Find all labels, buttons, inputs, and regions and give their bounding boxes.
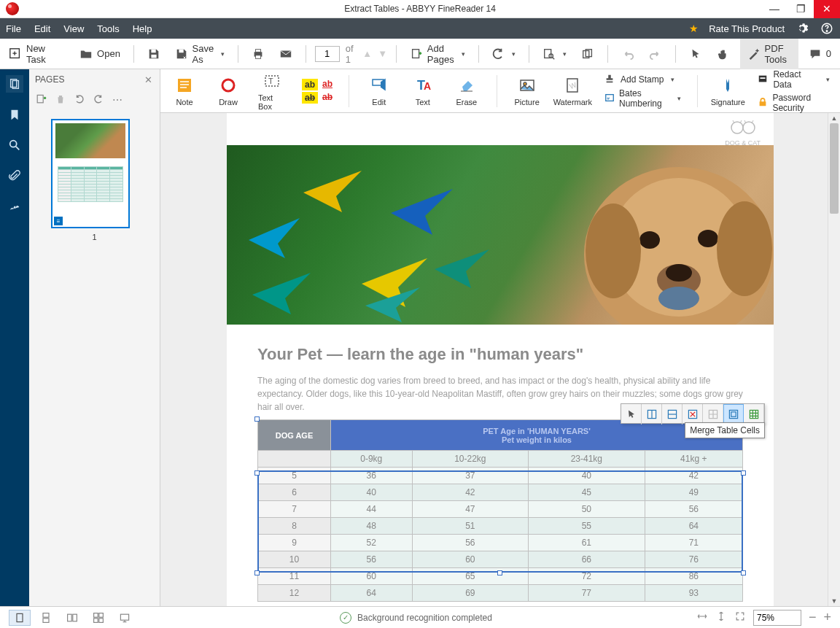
page-number-input[interactable]: [315, 46, 340, 62]
more-icon[interactable]: ⋯: [112, 94, 122, 106]
add-page-icon[interactable]: [35, 93, 47, 107]
comments-button[interactable]: 0: [804, 44, 836, 63]
menu-file[interactable]: File: [6, 23, 21, 34]
zoom-out-button[interactable]: −: [809, 610, 817, 625]
open-button[interactable]: Open: [75, 44, 125, 63]
table-selection-area[interactable]: DOG AGE PET Age in 'HUMAN YEARS' Pet wei…: [257, 419, 743, 602]
text-tool-button[interactable]: TA Text: [409, 76, 437, 106]
delete-page-icon[interactable]: [55, 94, 66, 106]
redo-button[interactable]: [645, 44, 666, 63]
watermark-button[interactable]: W Watermark: [557, 76, 588, 106]
help-icon[interactable]: [820, 21, 834, 36]
signature-button[interactable]: Signature: [714, 76, 742, 106]
table-row[interactable]: 1264697793: [258, 585, 743, 602]
merge-cells-button[interactable]: [723, 404, 744, 425]
page-thumbnail[interactable]: ≡: [51, 119, 130, 228]
picture-button[interactable]: Picture: [513, 76, 541, 106]
find-button[interactable]: [538, 44, 571, 63]
text-box-button[interactable]: T Text Box: [258, 71, 286, 111]
add-horizontal-separator-button[interactable]: [662, 404, 682, 425]
scroll-up-icon[interactable]: ▲: [828, 113, 840, 123]
fit-full-icon[interactable]: [734, 610, 746, 624]
split-cells-button[interactable]: [703, 404, 723, 425]
nav-bookmarks-icon[interactable]: [6, 106, 23, 123]
refresh-button[interactable]: [487, 44, 520, 63]
settings-icon[interactable]: [795, 21, 809, 36]
print-button[interactable]: [247, 44, 269, 63]
table-pointer-button[interactable]: [621, 404, 642, 425]
nav-pages-icon[interactable]: [6, 75, 23, 93]
multi-page-button[interactable]: [577, 44, 599, 63]
svg-rect-59: [17, 613, 23, 621]
redact-data-button[interactable]: Redact Data: [758, 69, 830, 90]
hand-icon: [717, 47, 730, 61]
table-area-button[interactable]: [744, 404, 764, 425]
close-button[interactable]: ✕: [814, 0, 840, 18]
highlight-icon[interactable]: ab: [302, 79, 318, 90]
hand-tool-button[interactable]: [712, 44, 734, 63]
menu-tools[interactable]: Tools: [97, 23, 119, 34]
zoom-in-button[interactable]: +: [823, 610, 831, 625]
nav-attachments-icon[interactable]: [6, 167, 23, 185]
table-row[interactable]: 1056606676: [258, 551, 743, 568]
password-security-button[interactable]: Password Security: [758, 93, 830, 113]
table-row[interactable]: 640424549: [258, 484, 743, 501]
table-row[interactable]: 952566171: [258, 535, 743, 551]
rotate-left-icon[interactable]: [74, 94, 85, 106]
strikethrough-icon[interactable]: ab: [322, 92, 332, 104]
document-heading: Your Pet — learn the age in "human years…: [257, 345, 743, 364]
page-up-icon[interactable]: ▲: [362, 47, 372, 61]
underline-icon[interactable]: ab: [322, 79, 332, 90]
vertical-scrollbar[interactable]: ▲ ▼: [828, 113, 840, 606]
pointer-tool-button[interactable]: [685, 44, 707, 63]
nav-signatures-icon[interactable]: [6, 198, 23, 215]
minimize-button[interactable]: —: [761, 0, 788, 18]
add-pages-button[interactable]: Add Pages: [405, 40, 470, 68]
svg-point-1: [826, 31, 828, 32]
bates-numbering-button[interactable]: # Bates Numbering: [604, 88, 681, 109]
nav-search-icon[interactable]: [6, 136, 23, 154]
menu-edit[interactable]: Edit: [34, 23, 50, 34]
menu-help[interactable]: Help: [133, 23, 152, 34]
table-row[interactable]: 744475056: [258, 501, 743, 518]
add-stamp-button[interactable]: Add Stamp: [604, 74, 681, 85]
delete-separator-button[interactable]: [682, 404, 703, 425]
svg-point-17: [10, 141, 17, 147]
view-presentation-button[interactable]: [114, 610, 136, 626]
new-task-button[interactable]: New Task: [4, 40, 55, 68]
edit-icon: [370, 76, 389, 95]
pdf-tools-button[interactable]: PDF Tools: [740, 39, 798, 69]
email-icon: [279, 47, 292, 61]
scroll-down-icon[interactable]: ▼: [828, 596, 840, 606]
document-viewport[interactable]: DOG & CAT: [160, 113, 840, 606]
view-single-page-button[interactable]: [9, 610, 31, 626]
fit-page-icon[interactable]: [715, 610, 727, 624]
table-row[interactable]: 848515564: [258, 518, 743, 535]
insert-text-icon[interactable]: ab: [302, 92, 318, 104]
scroll-thumb[interactable]: [830, 123, 839, 214]
rotate-right-icon[interactable]: [93, 94, 104, 106]
weight-col-header: 23-41kg: [529, 451, 645, 468]
page-down-icon[interactable]: ▼: [378, 47, 387, 61]
svg-point-46: [698, 230, 718, 247]
email-button[interactable]: [275, 44, 297, 63]
view-two-page-button[interactable]: [61, 610, 83, 626]
view-continuous-button[interactable]: [35, 610, 57, 626]
rate-product-link[interactable]: Rate This Product: [709, 23, 785, 34]
restore-button[interactable]: ❐: [788, 0, 814, 18]
table-row[interactable]: 536374042: [258, 468, 743, 484]
draw-button[interactable]: Draw: [214, 76, 242, 106]
note-button[interactable]: Note: [171, 76, 198, 106]
undo-button[interactable]: [617, 44, 639, 63]
erase-button[interactable]: Erase: [453, 76, 481, 106]
view-two-page-continuous-button[interactable]: [88, 610, 109, 626]
fit-width-icon[interactable]: [696, 610, 708, 624]
zoom-select[interactable]: [753, 610, 801, 626]
save-button[interactable]: [143, 44, 165, 63]
menu-view[interactable]: View: [63, 23, 84, 34]
add-vertical-separator-button[interactable]: [642, 404, 662, 425]
weight-col-header: 10-22kg: [412, 451, 529, 468]
save-as-button[interactable]: Save As: [171, 40, 230, 68]
edit-button[interactable]: Edit: [365, 76, 393, 106]
pages-panel-close-icon[interactable]: ✕: [142, 74, 154, 85]
